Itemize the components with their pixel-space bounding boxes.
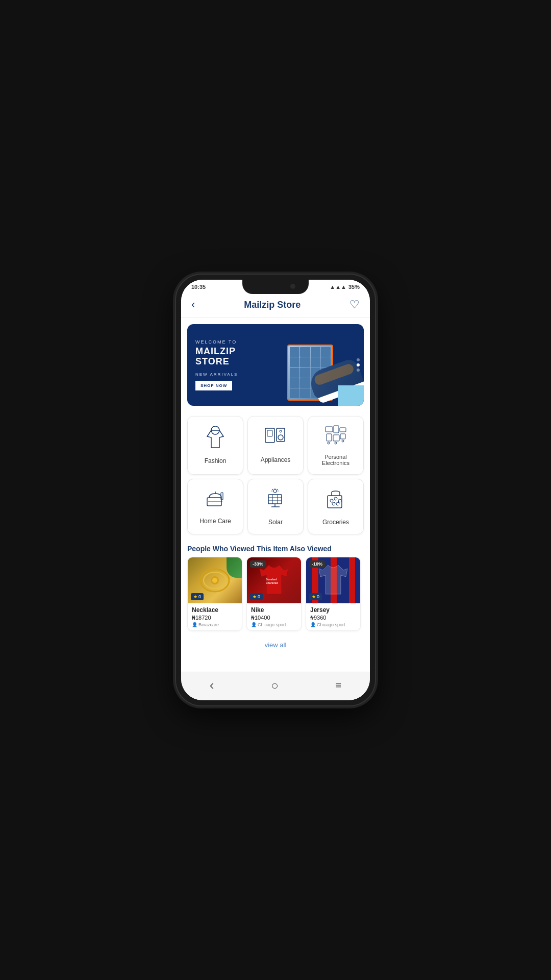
products-row: ★ 0 Necklace ₦18720 👤 Binazcare: [181, 557, 370, 635]
svg-point-35: [334, 497, 337, 500]
svg-point-37: [332, 502, 335, 505]
solar-label: Solar: [268, 519, 283, 526]
banner-arrivals-label: NEW ARRIVALS: [195, 372, 274, 377]
bottom-nav: ‹ ○ ≡: [181, 672, 370, 700]
svg-text:Chartered: Chartered: [266, 581, 278, 584]
fashion-icon: [205, 426, 226, 453]
category-homecare[interactable]: Home Care: [187, 479, 243, 534]
nav-home-button[interactable]: ○: [271, 678, 279, 693]
fashion-label: Fashion: [205, 457, 227, 464]
banner-left: WELCOME TO MAILZIPSTORE NEW ARRIVALS SHO…: [187, 324, 282, 406]
nav-menu-button[interactable]: ≡: [335, 679, 341, 691]
homecare-icon: [204, 488, 227, 513]
nav-back-button[interactable]: ‹: [210, 677, 214, 693]
electronics-icon: [324, 425, 347, 450]
necklace-rating: ★ 0: [191, 593, 204, 600]
svg-rect-10: [327, 434, 332, 441]
banner-dot-3: [357, 369, 360, 372]
categories-grid: Fashion Appliances: [181, 412, 370, 538]
appliances-label: Appliances: [261, 456, 291, 463]
banner-dots: [357, 358, 360, 372]
svg-rect-12: [340, 434, 345, 439]
section-title: People Who Viewed This Item Also Viewed: [181, 538, 370, 557]
svg-rect-7: [325, 427, 333, 432]
category-fashion[interactable]: Fashion: [187, 416, 243, 475]
status-battery: 35%: [348, 284, 360, 290]
jersey-rating: ★ 0: [309, 593, 322, 600]
svg-point-13: [328, 442, 330, 444]
homecare-label: Home Care: [199, 518, 231, 525]
necklace-image-wrap: ★ 0: [188, 557, 242, 603]
jersey-image-wrap: -10% ★ 0: [306, 557, 360, 603]
svg-point-34: [330, 499, 333, 502]
banner-right: [282, 324, 364, 406]
category-electronics[interactable]: Personal Electronics: [308, 416, 364, 475]
jersey-seller: 👤 Chicago sport: [310, 622, 356, 627]
banner-corner-accent: [338, 385, 364, 406]
app-header: ‹ Mailzip Store ♡: [181, 292, 370, 318]
svg-point-38: [336, 502, 339, 505]
svg-rect-8: [334, 426, 339, 433]
svg-point-6: [280, 430, 282, 432]
nike-discount: -33%: [250, 560, 266, 568]
back-button[interactable]: ‹: [191, 298, 195, 311]
nike-image-wrap: Standard Chartered -33% ★ 0: [247, 557, 301, 603]
banner-welcome-text: WELCOME TO: [195, 339, 274, 345]
nike-seller: 👤 Chicago sport: [251, 622, 297, 627]
nike-rating: ★ 0: [250, 593, 263, 600]
jersey-name: Jersey: [310, 606, 356, 614]
shop-now-button[interactable]: SHOP NOW: [195, 381, 232, 390]
favorite-button[interactable]: ♡: [349, 298, 360, 311]
necklace-price: ₦18720: [192, 615, 238, 621]
nike-name: Nike: [251, 606, 297, 614]
category-appliances[interactable]: Appliances: [247, 416, 304, 475]
nike-price: ₦10400: [251, 615, 297, 621]
promo-banner: WELCOME TO MAILZIPSTORE NEW ARRIVALS SHO…: [187, 324, 364, 406]
svg-text:Standard: Standard: [266, 578, 277, 581]
jersey-discount: -10%: [309, 560, 325, 568]
necklace-name: Necklace: [192, 606, 238, 614]
svg-rect-3: [267, 430, 272, 436]
groceries-label: Groceries: [322, 519, 349, 526]
product-jersey[interactable]: -10% ★ 0 Jersey ₦9360 👤 Chicago sport: [306, 557, 361, 631]
product-nike[interactable]: Standard Chartered -33% ★ 0 Nike ₦10400: [246, 557, 302, 631]
scroll-content: WELCOME TO MAILZIPSTORE NEW ARRIVALS SHO…: [181, 318, 370, 672]
svg-rect-9: [340, 428, 346, 432]
status-signal: ▲▲▲: [330, 284, 346, 290]
category-groceries[interactable]: Groceries: [308, 479, 364, 534]
status-time: 10:35: [191, 284, 206, 290]
necklace-seller: 👤 Binazcare: [192, 622, 238, 627]
svg-line-31: [277, 489, 278, 490]
electronics-label: Personal Electronics: [312, 454, 359, 466]
banner-dot-2: [357, 363, 360, 366]
view-all-button[interactable]: view all: [181, 635, 370, 655]
groceries-icon: [324, 487, 347, 514]
svg-rect-11: [333, 435, 339, 441]
banner-dot-1: [357, 358, 360, 361]
svg-point-5: [278, 435, 283, 440]
svg-point-14: [335, 442, 337, 444]
jersey-price: ₦9360: [310, 615, 356, 621]
svg-point-15: [342, 440, 344, 442]
solar-icon: [264, 487, 287, 514]
banner-store-name: MAILZIPSTORE: [195, 347, 274, 367]
page-title: Mailzip Store: [244, 300, 300, 310]
svg-point-27: [273, 489, 277, 493]
svg-point-42: [212, 578, 217, 583]
svg-line-32: [272, 489, 273, 490]
product-necklace[interactable]: ★ 0 Necklace ₦18720 👤 Binazcare: [187, 557, 242, 631]
appliances-icon: [264, 427, 287, 452]
category-solar[interactable]: Solar: [247, 479, 304, 534]
svg-point-36: [338, 499, 341, 502]
svg-rect-20: [268, 495, 282, 504]
